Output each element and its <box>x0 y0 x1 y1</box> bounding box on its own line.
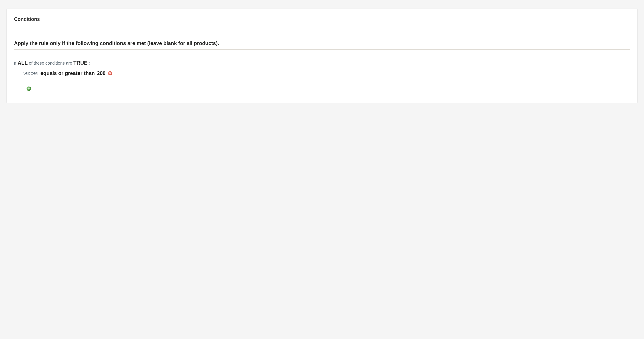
conditions-card: Conditions Apply the rule only if the fo… <box>6 8 638 103</box>
rule-root: If ALL of these conditions are TRUE : <box>14 60 630 66</box>
rule-value[interactable]: TRUE <box>74 60 88 66</box>
section-title: Conditions <box>14 16 630 22</box>
rule-middle: of these conditions are <box>29 61 72 66</box>
rule-prefix: If <box>14 61 16 66</box>
condition-row: Subtotal equals or greater than 200 <box>23 70 630 76</box>
remove-condition-icon[interactable] <box>108 71 112 76</box>
add-condition-icon[interactable] <box>26 86 32 91</box>
conditions-children: Subtotal equals or greater than 200 <box>16 70 630 92</box>
section-description: Apply the rule only if the following con… <box>14 40 630 50</box>
condition-operator[interactable]: equals or greater than <box>40 70 95 76</box>
condition-value[interactable]: 200 <box>97 70 106 76</box>
rule-aggregator[interactable]: ALL <box>18 60 28 66</box>
condition-attribute[interactable]: Subtotal <box>23 71 38 76</box>
top-divider <box>14 9 630 9</box>
rule-colon: : <box>89 61 90 66</box>
